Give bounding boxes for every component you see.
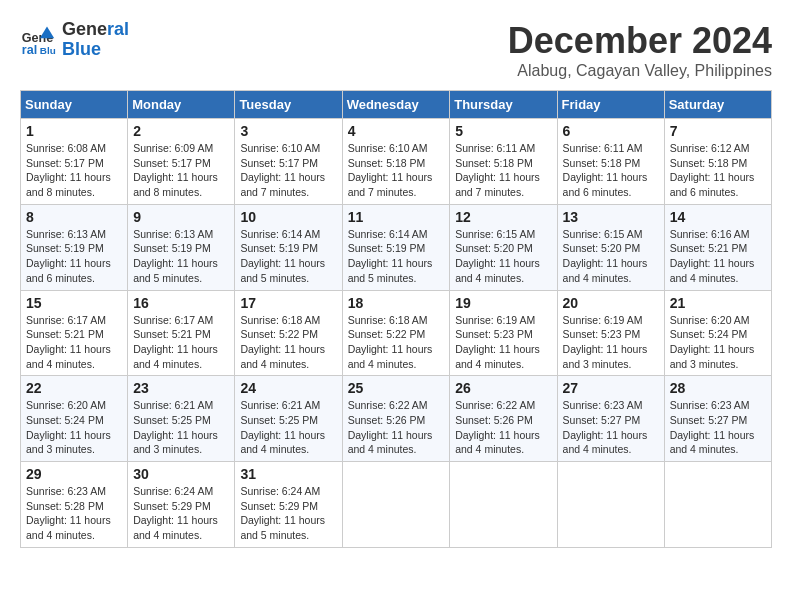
day-info: Sunrise: 6:14 AMSunset: 5:19 PMDaylight:…	[240, 227, 336, 286]
day-info: Sunrise: 6:18 AMSunset: 5:22 PMDaylight:…	[240, 313, 336, 372]
logo-text: GeneralBlue	[62, 20, 129, 60]
calendar-day-cell: 6Sunrise: 6:11 AMSunset: 5:18 PMDaylight…	[557, 119, 664, 205]
calendar-week-row: 22Sunrise: 6:20 AMSunset: 5:24 PMDayligh…	[21, 376, 772, 462]
day-number: 31	[240, 466, 336, 482]
day-number: 14	[670, 209, 766, 225]
calendar-day-cell	[664, 462, 771, 548]
day-number: 2	[133, 123, 229, 139]
calendar-day-cell: 19Sunrise: 6:19 AMSunset: 5:23 PMDayligh…	[450, 290, 557, 376]
day-number: 7	[670, 123, 766, 139]
calendar-day-cell: 9Sunrise: 6:13 AMSunset: 5:19 PMDaylight…	[128, 204, 235, 290]
day-number: 9	[133, 209, 229, 225]
weekday-header-row: SundayMondayTuesdayWednesdayThursdayFrid…	[21, 91, 772, 119]
day-info: Sunrise: 6:20 AMSunset: 5:24 PMDaylight:…	[26, 398, 122, 457]
calendar-day-cell: 8Sunrise: 6:13 AMSunset: 5:19 PMDaylight…	[21, 204, 128, 290]
calendar-day-cell: 2Sunrise: 6:09 AMSunset: 5:17 PMDaylight…	[128, 119, 235, 205]
day-number: 12	[455, 209, 551, 225]
day-number: 23	[133, 380, 229, 396]
day-info: Sunrise: 6:08 AMSunset: 5:17 PMDaylight:…	[26, 141, 122, 200]
calendar-day-cell: 15Sunrise: 6:17 AMSunset: 5:21 PMDayligh…	[21, 290, 128, 376]
calendar-day-cell: 16Sunrise: 6:17 AMSunset: 5:21 PMDayligh…	[128, 290, 235, 376]
day-info: Sunrise: 6:22 AMSunset: 5:26 PMDaylight:…	[348, 398, 445, 457]
day-info: Sunrise: 6:11 AMSunset: 5:18 PMDaylight:…	[563, 141, 659, 200]
day-number: 15	[26, 295, 122, 311]
location-subtitle: Alabug, Cagayan Valley, Philippines	[508, 62, 772, 80]
calendar-day-cell: 11Sunrise: 6:14 AMSunset: 5:19 PMDayligh…	[342, 204, 450, 290]
logo-icon: Gene ral Blue	[20, 22, 56, 58]
calendar-week-row: 15Sunrise: 6:17 AMSunset: 5:21 PMDayligh…	[21, 290, 772, 376]
calendar-week-row: 1Sunrise: 6:08 AMSunset: 5:17 PMDaylight…	[21, 119, 772, 205]
day-info: Sunrise: 6:15 AMSunset: 5:20 PMDaylight:…	[563, 227, 659, 286]
calendar-day-cell: 14Sunrise: 6:16 AMSunset: 5:21 PMDayligh…	[664, 204, 771, 290]
day-info: Sunrise: 6:24 AMSunset: 5:29 PMDaylight:…	[240, 484, 336, 543]
weekday-header-cell: Tuesday	[235, 91, 342, 119]
day-info: Sunrise: 6:20 AMSunset: 5:24 PMDaylight:…	[670, 313, 766, 372]
calendar-day-cell: 27Sunrise: 6:23 AMSunset: 5:27 PMDayligh…	[557, 376, 664, 462]
title-block: December 2024 Alabug, Cagayan Valley, Ph…	[508, 20, 772, 80]
weekday-header-cell: Monday	[128, 91, 235, 119]
calendar-week-row: 29Sunrise: 6:23 AMSunset: 5:28 PMDayligh…	[21, 462, 772, 548]
calendar-day-cell: 22Sunrise: 6:20 AMSunset: 5:24 PMDayligh…	[21, 376, 128, 462]
day-info: Sunrise: 6:22 AMSunset: 5:26 PMDaylight:…	[455, 398, 551, 457]
day-number: 1	[26, 123, 122, 139]
day-info: Sunrise: 6:12 AMSunset: 5:18 PMDaylight:…	[670, 141, 766, 200]
calendar-day-cell: 13Sunrise: 6:15 AMSunset: 5:20 PMDayligh…	[557, 204, 664, 290]
day-number: 24	[240, 380, 336, 396]
day-number: 25	[348, 380, 445, 396]
day-info: Sunrise: 6:15 AMSunset: 5:20 PMDaylight:…	[455, 227, 551, 286]
weekday-header-cell: Wednesday	[342, 91, 450, 119]
calendar-day-cell: 5Sunrise: 6:11 AMSunset: 5:18 PMDaylight…	[450, 119, 557, 205]
svg-text:Blue: Blue	[40, 45, 56, 56]
calendar-day-cell: 23Sunrise: 6:21 AMSunset: 5:25 PMDayligh…	[128, 376, 235, 462]
day-info: Sunrise: 6:13 AMSunset: 5:19 PMDaylight:…	[26, 227, 122, 286]
day-number: 21	[670, 295, 766, 311]
calendar-day-cell: 17Sunrise: 6:18 AMSunset: 5:22 PMDayligh…	[235, 290, 342, 376]
calendar-day-cell: 30Sunrise: 6:24 AMSunset: 5:29 PMDayligh…	[128, 462, 235, 548]
day-number: 3	[240, 123, 336, 139]
calendar-day-cell: 18Sunrise: 6:18 AMSunset: 5:22 PMDayligh…	[342, 290, 450, 376]
day-info: Sunrise: 6:17 AMSunset: 5:21 PMDaylight:…	[26, 313, 122, 372]
day-info: Sunrise: 6:17 AMSunset: 5:21 PMDaylight:…	[133, 313, 229, 372]
day-number: 11	[348, 209, 445, 225]
calendar-table: SundayMondayTuesdayWednesdayThursdayFrid…	[20, 90, 772, 548]
day-number: 10	[240, 209, 336, 225]
day-number: 22	[26, 380, 122, 396]
calendar-day-cell: 21Sunrise: 6:20 AMSunset: 5:24 PMDayligh…	[664, 290, 771, 376]
day-info: Sunrise: 6:10 AMSunset: 5:18 PMDaylight:…	[348, 141, 445, 200]
weekday-header-cell: Thursday	[450, 91, 557, 119]
day-info: Sunrise: 6:21 AMSunset: 5:25 PMDaylight:…	[240, 398, 336, 457]
calendar-day-cell: 29Sunrise: 6:23 AMSunset: 5:28 PMDayligh…	[21, 462, 128, 548]
day-number: 13	[563, 209, 659, 225]
month-title: December 2024	[508, 20, 772, 62]
page-header: Gene ral Blue GeneralBlue December 2024 …	[20, 20, 772, 80]
day-number: 26	[455, 380, 551, 396]
calendar-week-row: 8Sunrise: 6:13 AMSunset: 5:19 PMDaylight…	[21, 204, 772, 290]
day-info: Sunrise: 6:16 AMSunset: 5:21 PMDaylight:…	[670, 227, 766, 286]
day-number: 4	[348, 123, 445, 139]
day-info: Sunrise: 6:14 AMSunset: 5:19 PMDaylight:…	[348, 227, 445, 286]
calendar-day-cell: 26Sunrise: 6:22 AMSunset: 5:26 PMDayligh…	[450, 376, 557, 462]
calendar-day-cell: 24Sunrise: 6:21 AMSunset: 5:25 PMDayligh…	[235, 376, 342, 462]
day-number: 29	[26, 466, 122, 482]
day-number: 5	[455, 123, 551, 139]
weekday-header-cell: Friday	[557, 91, 664, 119]
weekday-header-cell: Sunday	[21, 91, 128, 119]
calendar-day-cell	[557, 462, 664, 548]
day-info: Sunrise: 6:11 AMSunset: 5:18 PMDaylight:…	[455, 141, 551, 200]
day-info: Sunrise: 6:18 AMSunset: 5:22 PMDaylight:…	[348, 313, 445, 372]
day-info: Sunrise: 6:24 AMSunset: 5:29 PMDaylight:…	[133, 484, 229, 543]
logo: Gene ral Blue GeneralBlue	[20, 20, 129, 60]
day-info: Sunrise: 6:21 AMSunset: 5:25 PMDaylight:…	[133, 398, 229, 457]
calendar-day-cell: 20Sunrise: 6:19 AMSunset: 5:23 PMDayligh…	[557, 290, 664, 376]
svg-text:ral: ral	[22, 43, 37, 57]
day-info: Sunrise: 6:23 AMSunset: 5:27 PMDaylight:…	[563, 398, 659, 457]
day-number: 17	[240, 295, 336, 311]
day-number: 19	[455, 295, 551, 311]
day-info: Sunrise: 6:13 AMSunset: 5:19 PMDaylight:…	[133, 227, 229, 286]
calendar-day-cell: 10Sunrise: 6:14 AMSunset: 5:19 PMDayligh…	[235, 204, 342, 290]
calendar-day-cell	[450, 462, 557, 548]
calendar-body: 1Sunrise: 6:08 AMSunset: 5:17 PMDaylight…	[21, 119, 772, 548]
day-number: 16	[133, 295, 229, 311]
calendar-day-cell: 3Sunrise: 6:10 AMSunset: 5:17 PMDaylight…	[235, 119, 342, 205]
day-info: Sunrise: 6:23 AMSunset: 5:27 PMDaylight:…	[670, 398, 766, 457]
